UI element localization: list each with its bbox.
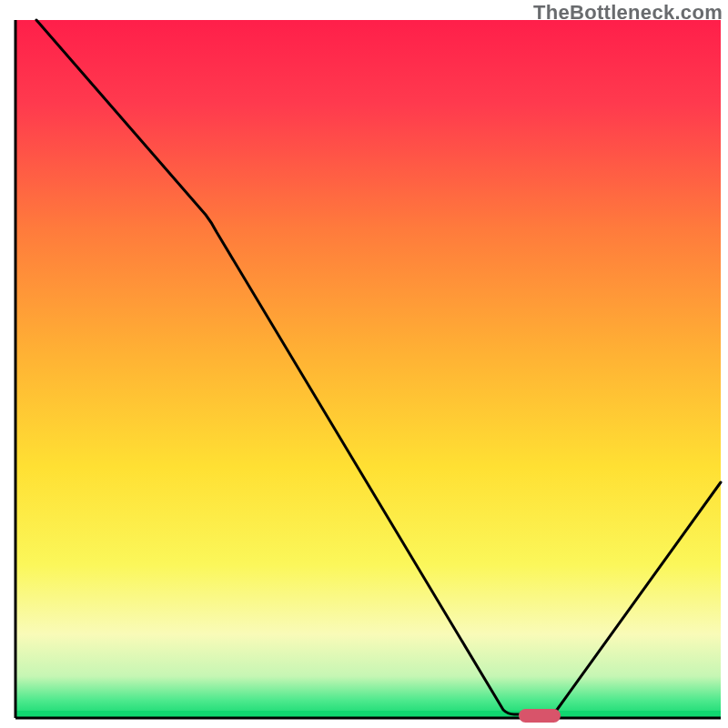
chart-svg — [0, 0, 728, 728]
optimal-marker — [519, 709, 561, 723]
plot-background — [15, 20, 721, 718]
chart-stage: TheBottleneck.com — [0, 0, 728, 728]
watermark-text: TheBottleneck.com — [533, 1, 723, 25]
